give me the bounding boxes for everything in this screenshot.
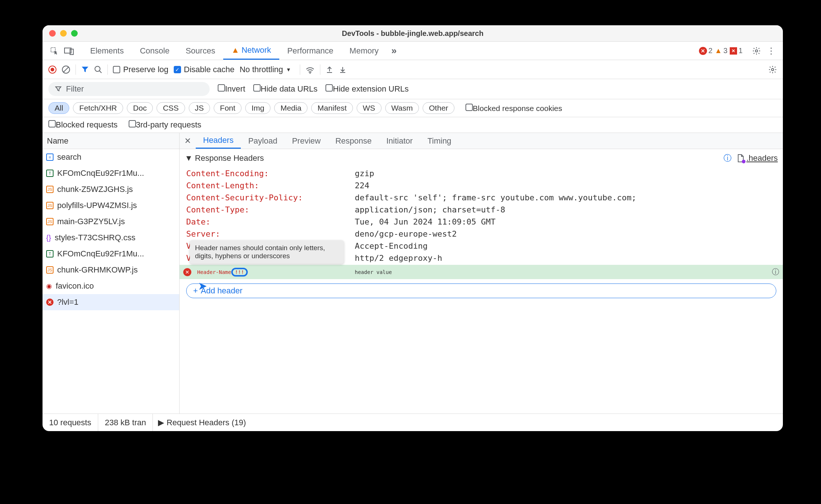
request-row[interactable]: {}styles-T73CSHRQ.css: [43, 230, 179, 246]
type-fetch[interactable]: Fetch/XHR: [73, 102, 123, 114]
request-row[interactable]: ✕?lvl=1: [43, 294, 179, 310]
tab-network[interactable]: ▲Network: [223, 42, 279, 60]
detail-tab-response[interactable]: Response: [328, 133, 379, 149]
svg-point-9: [772, 68, 774, 71]
hide-data-urls-checkbox[interactable]: Hide data URLs: [253, 84, 317, 94]
type-all[interactable]: All: [48, 102, 69, 114]
disable-cache-checkbox[interactable]: ✓Disable cache: [174, 65, 235, 74]
upload-icon[interactable]: [325, 66, 334, 74]
network-conditions-icon[interactable]: [305, 66, 315, 74]
request-headers-section[interactable]: ▶ Request Headers (19): [153, 418, 246, 427]
type-manifest[interactable]: Manifest: [311, 102, 353, 114]
svg-point-8: [310, 73, 310, 73]
blocked-cookies-checkbox[interactable]: Blocked response cookies: [465, 104, 562, 113]
request-row[interactable]: JSmain-G3PZY5LV.js: [43, 214, 179, 230]
response-headers-section[interactable]: ▼ Response Headers ⓘ .headers: [180, 149, 783, 167]
request-name: ?lvl=1: [57, 297, 78, 307]
warning-icon: ▲: [715, 47, 722, 55]
header-name: Content-Security-Policy:: [186, 193, 355, 202]
body: Name ≡searchTKFOmCnqEu92Fr1Mu...JSchunk-…: [43, 133, 783, 414]
request-row[interactable]: ≡search: [43, 149, 179, 165]
more-tabs-icon[interactable]: »: [387, 44, 401, 58]
invert-checkbox[interactable]: Invert: [218, 84, 245, 94]
header-value: deno/gcp-europe-west2: [355, 229, 457, 238]
close-detail-icon[interactable]: ✕: [180, 136, 196, 146]
transferred-size: 238 kB tran: [98, 414, 153, 431]
request-name: KFOmCnqEu92Fr1Mu...: [57, 249, 144, 259]
info-icon[interactable]: ⓘ: [772, 267, 779, 277]
request-row[interactable]: JSchunk-GRHMKOWP.js: [43, 262, 179, 278]
download-icon[interactable]: [339, 66, 347, 74]
add-header-button[interactable]: +Add header: [186, 284, 776, 298]
detail-tab-preview[interactable]: Preview: [285, 133, 328, 149]
type-css[interactable]: CSS: [157, 102, 185, 114]
search-icon[interactable]: [94, 66, 102, 74]
tab-memory[interactable]: Memory: [342, 42, 387, 60]
type-media[interactable]: Media: [274, 102, 308, 114]
request-row[interactable]: JSchunk-Z5WZJGHS.js: [43, 181, 179, 197]
type-js[interactable]: JS: [189, 102, 210, 114]
hide-extension-urls-checkbox[interactable]: Hide extension URLs: [325, 84, 409, 94]
request-name: chunk-GRHMKOWP.js: [57, 265, 138, 275]
header-row: Server:deno/gcp-europe-west2: [186, 228, 776, 240]
type-img[interactable]: Img: [245, 102, 270, 114]
inspect-icon[interactable]: [47, 44, 62, 58]
status-bar: 10 requests 238 kB tran ▶ Request Header…: [43, 414, 783, 431]
header-value: application/json; charset=utf-8: [355, 205, 505, 214]
headers-override-link[interactable]: .headers: [746, 153, 778, 163]
devtools-window: DevTools - bubble-jingle.web.app/search …: [43, 25, 783, 431]
plus-icon: +: [193, 286, 198, 296]
request-name: KFOmCnqEu92Fr1Mu...: [57, 168, 144, 178]
header-name-input[interactable]: Header-Name!!!: [197, 268, 355, 277]
request-row[interactable]: TKFOmCnqEu92Fr1Mu...: [43, 246, 179, 262]
main-tabs: Elements Console Sources ▲Network Perfor…: [43, 42, 783, 60]
request-row[interactable]: ◉favicon.ico: [43, 278, 179, 294]
request-row[interactable]: TKFOmCnqEu92Fr1Mu...: [43, 165, 179, 181]
header-name: Content-Length:: [186, 181, 355, 190]
header-row: Content-Encoding:gzip: [186, 167, 776, 179]
request-row[interactable]: JSpolyfills-UPW4ZMSI.js: [43, 197, 179, 214]
preserve-log-checkbox[interactable]: Preserve log: [113, 65, 169, 74]
tab-sources[interactable]: Sources: [177, 42, 223, 60]
svg-rect-2: [70, 49, 73, 55]
error-icon: ✕: [699, 47, 707, 55]
request-list: Name ≡searchTKFOmCnqEu92Fr1Mu...JSchunk-…: [43, 133, 180, 414]
extra-filter-row: Blocked requests 3rd-party requests: [43, 117, 783, 133]
device-toolbar-icon[interactable]: [62, 44, 76, 58]
type-ws[interactable]: WS: [357, 102, 382, 114]
type-font[interactable]: Font: [214, 102, 242, 114]
header-name: Content-Encoding:: [186, 169, 355, 178]
request-name: styles-T73CSHRQ.css: [55, 233, 135, 242]
header-row: Content-Security-Policy:default-src 'sel…: [186, 192, 776, 204]
detail-tab-payload[interactable]: Payload: [241, 133, 285, 149]
header-value-input[interactable]: header value: [355, 269, 392, 275]
delete-header-icon[interactable]: ✕: [183, 268, 191, 276]
type-wasm[interactable]: Wasm: [385, 102, 419, 114]
tab-performance[interactable]: Performance: [279, 42, 342, 60]
warning-icon: ▲: [231, 45, 239, 55]
header-value: gzip: [355, 169, 374, 178]
third-party-checkbox[interactable]: 3rd-party requests: [129, 120, 202, 130]
more-icon[interactable]: ⋮: [764, 44, 778, 58]
detail-tab-initiator[interactable]: Initiator: [379, 133, 420, 149]
svg-line-7: [99, 71, 102, 73]
detail-tab-timing[interactable]: Timing: [420, 133, 459, 149]
clear-icon[interactable]: [62, 65, 70, 74]
request-name: search: [57, 152, 81, 162]
blocked-requests-checkbox[interactable]: Blocked requests: [48, 120, 118, 130]
panel-settings-icon[interactable]: [768, 65, 777, 74]
help-icon[interactable]: ⓘ: [724, 153, 732, 164]
type-doc[interactable]: Doc: [127, 102, 153, 114]
settings-icon[interactable]: [749, 44, 764, 58]
filter-input[interactable]: Filter: [48, 82, 210, 96]
header-value: http/2 edgeproxy-h: [355, 253, 442, 263]
detail-tab-headers[interactable]: Headers: [196, 133, 241, 149]
filter-icon[interactable]: [81, 66, 89, 74]
issue-badges[interactable]: ✕2 ▲3 ✕1: [699, 47, 743, 55]
type-other[interactable]: Other: [423, 102, 454, 114]
tab-console[interactable]: Console: [132, 42, 178, 60]
tab-elements[interactable]: Elements: [82, 42, 132, 60]
record-button[interactable]: [48, 66, 56, 74]
name-column-header[interactable]: Name: [43, 133, 179, 149]
throttling-select[interactable]: No throttling▼: [240, 65, 291, 74]
